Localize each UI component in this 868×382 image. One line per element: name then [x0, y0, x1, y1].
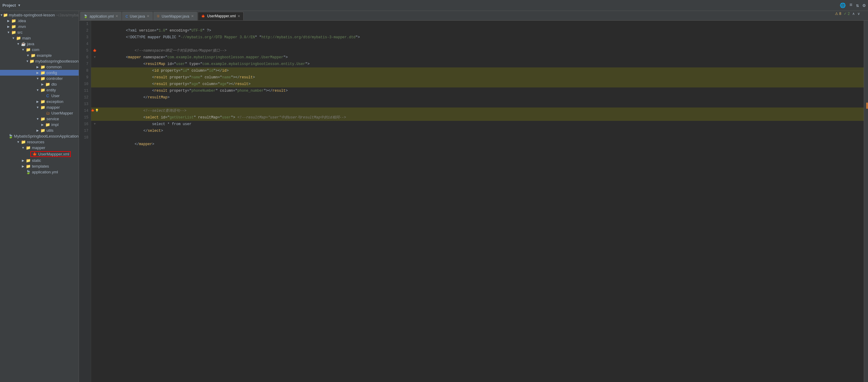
- sidebar-item-idea[interactable]: ▶ 📁 .idea: [0, 18, 79, 24]
- sidebar-item-service[interactable]: ▼ 📁 service: [0, 116, 79, 122]
- tab-usermapper-xml[interactable]: 🍁 UserMappper.xml ✕: [198, 12, 244, 20]
- globe-icon[interactable]: 🌐: [840, 2, 846, 8]
- gutter-16: ▼: [91, 121, 98, 128]
- sidebar-label-exception: exception: [46, 99, 63, 104]
- sidebar-item-entity[interactable]: ▼ 📁 entity: [0, 87, 79, 93]
- sidebar-label-config: config: [46, 70, 57, 75]
- gutter-9: [91, 74, 98, 81]
- code-line-2: <!DOCTYPE mapper PUBLIC "-//mybatis.org/…: [91, 27, 864, 34]
- tab-usermapper-java[interactable]: ① UserMapper.java ✕: [153, 12, 197, 20]
- sidebar-item-utils[interactable]: ▶ 📁 utils: [0, 128, 79, 133]
- root-label: mybatis-springboot-lesson: [9, 13, 55, 17]
- sidebar-item-main[interactable]: ▼ 📁 main: [0, 35, 79, 41]
- sidebar-item-app[interactable]: ▶ 🍃 MybatisSpringbootLessonApplication: [0, 133, 79, 139]
- nav-up[interactable]: ∧: [852, 11, 855, 16]
- sidebar-label-entity: entity: [46, 88, 56, 92]
- list-icon[interactable]: ≡: [849, 2, 852, 8]
- sidebar-item-templates[interactable]: ▶ 📁 templates: [0, 163, 79, 169]
- sidebar-label-application-yml: application.yml: [32, 170, 58, 174]
- gutter-6: ▼: [91, 54, 98, 61]
- code-area[interactable]: <?xml version="1.0" encoding="UTF-8" ?> …: [91, 21, 864, 382]
- project-dropdown-arrow[interactable]: ▼: [18, 4, 20, 7]
- tab-user-java[interactable]: C User.java ✕: [122, 12, 153, 20]
- gutter-11: [91, 88, 98, 94]
- sidebar-item-src[interactable]: ▼ 📁 src: [0, 29, 79, 35]
- code-line-4: <!--namespace=绑定一个对应的Dao/Mapper接口-->: [91, 41, 864, 47]
- sidebar-label-utils: utils: [46, 128, 54, 133]
- sidebar-item-user[interactable]: ▶ C User: [0, 93, 79, 99]
- right-scrollbar[interactable]: [864, 21, 868, 382]
- sidebar-item-controller[interactable]: ▼ 📁 controller: [0, 75, 79, 82]
- gutter-14: 🍁 💡: [91, 107, 98, 114]
- tab-close-user-java[interactable]: ✕: [147, 14, 149, 18]
- title-bar-left: Project ▼: [2, 3, 63, 8]
- tab-application-yaml[interactable]: 🍃 application.yml ✕: [80, 12, 122, 20]
- sidebar-label-mybatisspringbootlesson: mybatisspringbootlesson: [35, 59, 79, 63]
- mapper-icon: ①: [157, 14, 160, 18]
- sidebar-item-mybatisspringbootlesson[interactable]: ▼ 📁 mybatisspringbootlesson: [0, 58, 79, 64]
- code-line-5: 🍁 <mapper namespace="com.example.mybatis…: [91, 47, 864, 54]
- code-line-9: <result property="age" column="age"></re…: [91, 74, 864, 81]
- sidebar-label-impl: impl: [51, 122, 59, 127]
- sidebar-item-usermapper-xml[interactable]: ▶ 🍁 UserMappper.xml: [0, 151, 79, 158]
- code-line-17: [91, 128, 864, 134]
- sidebar-item-common[interactable]: ▶ 📁 common: [0, 64, 79, 70]
- sidebar-item-resources[interactable]: ▼ 📁 resources: [0, 139, 79, 145]
- editor-status-row: ⚠ 8 ✓ 2 ∧ ∨: [833, 11, 862, 17]
- sidebar-item-java[interactable]: ▼ ☕ java: [0, 41, 79, 47]
- sidebar-item-impl[interactable]: ▶ 📁 impl: [0, 122, 79, 128]
- sidebar-item-dto[interactable]: ▶ 📁 dto: [0, 82, 79, 87]
- title-bar-icons: 🌐 ≡ ⇅ ⚙: [840, 2, 866, 8]
- gutter-7: [91, 61, 98, 67]
- sidebar-item-example[interactable]: ▼ 📁 example: [0, 53, 79, 58]
- sidebar-item-mvn[interactable]: ▶ 📁 .mvn: [0, 24, 79, 29]
- tab-close-application-yaml[interactable]: ✕: [116, 14, 118, 18]
- tab-close-usermapper-java[interactable]: ✕: [191, 14, 194, 18]
- tab-label-usermapper-xml: UserMappper.xml: [207, 14, 236, 18]
- sort-icon[interactable]: ⇅: [856, 2, 859, 8]
- sidebar-item-mapper-res[interactable]: ▼ 📁 mapper: [0, 145, 79, 151]
- tab-label-user-java: User.java: [130, 14, 145, 19]
- settings-icon[interactable]: ⚙: [863, 2, 866, 8]
- title-bar: Project ▼ 🌐 ≡ ⇅ ⚙: [0, 0, 868, 11]
- sidebar-item-exception[interactable]: ▶ 📁 exception: [0, 99, 79, 104]
- gutter-15: [91, 114, 98, 121]
- error-count: ✓ 2: [844, 11, 850, 16]
- tab-label-application-yaml: application.yml: [90, 14, 114, 19]
- gutter-13: [91, 101, 98, 107]
- sidebar-root[interactable]: ▼ 📁 mybatis-springboot-lesson ~/Java/myb…: [0, 12, 79, 18]
- gutter-4: [91, 41, 98, 47]
- sidebar-label-static: static: [32, 158, 41, 163]
- code-line-6: ▼ <resultMap id="user" type="com.example…: [91, 54, 864, 61]
- code-line-1: <?xml version="1.0" encoding="UTF-8" ?>: [91, 21, 864, 27]
- sidebar-item-config[interactable]: ▶ 📁 config: [0, 70, 79, 75]
- sidebar-label-mapper: mapper: [46, 105, 60, 109]
- sidebar-label-resources: resources: [27, 140, 44, 144]
- sidebar-item-application-yml[interactable]: ▶ 🍃 application.yml: [0, 169, 79, 175]
- code-line-8: <result property="name" column="name"></…: [91, 67, 864, 74]
- sidebar-label-controller: controller: [46, 76, 63, 81]
- sidebar-item-mapper[interactable]: ▼ 📁 mapper: [0, 104, 79, 110]
- code-line-16: ▼ </select>: [91, 121, 864, 128]
- tab-close-usermapper-xml[interactable]: ✕: [238, 14, 240, 18]
- sidebar-label-src: src: [17, 30, 23, 35]
- sidebar-label-service: service: [46, 117, 59, 121]
- java-icon: C: [125, 14, 128, 18]
- sidebar-item-static[interactable]: ▶ 📁 static: [0, 158, 79, 163]
- gutter-5: 🍁: [91, 47, 98, 54]
- main-layout: ▼ 📁 mybatis-springboot-lesson ~/Java/myb…: [0, 11, 868, 382]
- editor-content: 1 2 3 4 5 6 7 8 9 10 11 12 13 14 15 16 1…: [79, 21, 868, 382]
- nav-down[interactable]: ∨: [857, 11, 860, 16]
- gutter-18: [91, 134, 98, 141]
- sidebar-label-app: MybatisSpringbootLessonApplication: [14, 134, 79, 138]
- sidebar-item-usermapper[interactable]: ▶ 🗂 UserMapper: [0, 110, 79, 116]
- gutter-1: [91, 21, 98, 27]
- code-line-18: </mapper>: [91, 134, 864, 141]
- sidebar-item-com[interactable]: ▼ 📁 com: [0, 47, 79, 53]
- sidebar-label-user: User: [51, 94, 60, 98]
- sidebar-label-example: example: [37, 53, 52, 58]
- gutter-8: [91, 67, 98, 74]
- gutter-3: [91, 34, 98, 41]
- sidebar-label-usermapper: UserMapper: [51, 111, 73, 116]
- gutter-12: [91, 94, 98, 101]
